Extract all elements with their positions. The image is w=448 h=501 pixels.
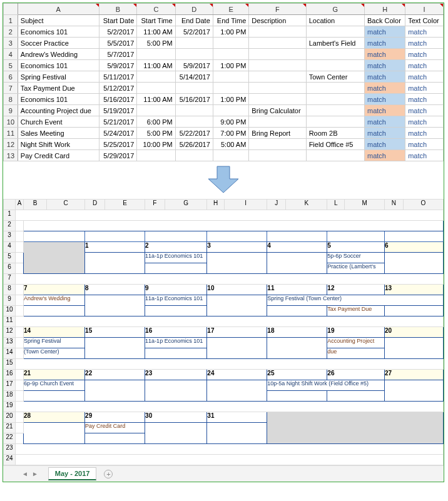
cell[interactable] <box>16 327 24 338</box>
cell[interactable]: Andrew's Wedding <box>18 49 99 60</box>
day-22[interactable]: 22 <box>85 370 145 380</box>
cell[interactable] <box>175 116 213 128</box>
event-soccer[interactable]: 5p-6p Soccer <box>327 253 385 263</box>
cell[interactable]: 1:00 PM <box>213 60 249 71</box>
cell[interactable]: match <box>405 49 444 60</box>
col-B[interactable]: B <box>23 200 46 210</box>
col-G[interactable]: G <box>165 200 207 210</box>
cell[interactable] <box>23 306 84 316</box>
cell[interactable]: match <box>365 49 405 60</box>
cell[interactable] <box>16 402 444 412</box>
row-7[interactable]: 7 <box>4 83 18 94</box>
cell[interactable]: 7:00 PM <box>213 128 249 139</box>
cell[interactable] <box>23 423 84 444</box>
cell[interactable] <box>213 38 249 49</box>
day-17[interactable]: 17 <box>207 327 267 338</box>
cell[interactable] <box>137 49 175 60</box>
cell[interactable]: match <box>405 83 444 94</box>
cell[interactable] <box>207 253 267 274</box>
col-F[interactable]: F <box>249 4 306 15</box>
cell[interactable] <box>145 423 207 444</box>
cell[interactable]: Economics 101 <box>18 94 99 105</box>
cell[interactable]: match <box>365 105 405 116</box>
cell[interactable]: 5/9/2017 <box>175 60 213 71</box>
cell[interactable] <box>16 370 24 380</box>
cell[interactable]: match <box>365 38 405 49</box>
cell[interactable] <box>16 231 24 242</box>
dow-tuesday[interactable]: Tuesday <box>145 231 207 242</box>
cell[interactable] <box>16 359 444 370</box>
cell[interactable]: 11:00 AM <box>137 60 175 71</box>
cell[interactable] <box>207 423 267 444</box>
corner-cell[interactable] <box>4 200 16 210</box>
row-24[interactable]: 24 <box>4 455 16 465</box>
day-26[interactable]: 26 <box>327 370 385 380</box>
day-19[interactable]: 19 <box>327 327 385 338</box>
cell[interactable]: Room 2B <box>306 128 364 139</box>
cell[interactable] <box>16 380 24 391</box>
cell[interactable] <box>207 295 267 316</box>
event-church[interactable]: 6p-9p Church Event <box>23 380 84 391</box>
cell[interactable] <box>249 83 306 94</box>
col-E[interactable]: E <box>213 4 249 15</box>
cell[interactable] <box>267 253 327 274</box>
day-4[interactable]: 4 <box>267 242 327 253</box>
row-22[interactable]: 22 <box>4 433 16 444</box>
row-14[interactable]: 14 <box>4 348 16 359</box>
cell[interactable]: Economics 101 <box>18 26 99 38</box>
cell[interactable]: Accounting Project due <box>18 105 99 116</box>
cell[interactable] <box>385 380 444 402</box>
calendar-title[interactable]: May 2017 <box>23 221 443 231</box>
row-16[interactable]: 16 <box>4 370 16 380</box>
cell[interactable]: Pay Credit Card <box>18 150 99 161</box>
cell[interactable]: 5/2/2017 <box>175 26 213 38</box>
cell[interactable] <box>16 412 24 423</box>
row-15[interactable]: 15 <box>4 359 16 370</box>
row-23[interactable]: 23 <box>4 444 16 455</box>
col-M[interactable]: M <box>345 200 385 210</box>
col-G[interactable]: G <box>306 4 364 15</box>
day-1[interactable]: 1 <box>85 242 145 253</box>
cell[interactable]: 5/9/2017 <box>99 60 137 71</box>
day-28[interactable]: 28 <box>23 412 84 423</box>
sheet-tab-may-2017[interactable]: May - 2017 <box>48 467 97 480</box>
cell[interactable]: match <box>405 150 444 161</box>
row-8[interactable]: 8 <box>4 285 16 295</box>
cell[interactable] <box>249 71 306 83</box>
event-spring-11[interactable]: Spring Festival (Town Center) <box>267 295 444 306</box>
day-5[interactable]: 5 <box>327 242 385 253</box>
col-D[interactable]: D <box>85 200 105 210</box>
cell[interactable] <box>137 71 175 83</box>
row-10[interactable]: 10 <box>4 116 18 128</box>
cell[interactable]: match <box>365 150 405 161</box>
cell[interactable] <box>85 295 145 316</box>
cell[interactable]: Bring Report <box>249 128 306 139</box>
cell[interactable]: Tax Payment Due <box>18 83 99 94</box>
day-27[interactable]: 27 <box>385 370 444 380</box>
day-25[interactable]: 25 <box>267 370 327 380</box>
event-soccer-2[interactable]: Practice (Lambert's <box>327 263 385 274</box>
day-6[interactable]: 6 <box>385 242 444 253</box>
dow-sunday[interactable]: Sunday <box>23 231 84 242</box>
cell[interactable] <box>145 348 207 359</box>
row-20[interactable]: 20 <box>4 412 16 423</box>
cell[interactable] <box>16 295 24 306</box>
cell[interactable] <box>145 306 207 316</box>
cell[interactable] <box>137 83 175 94</box>
day-24[interactable]: 24 <box>207 370 267 380</box>
day-9[interactable]: 9 <box>145 285 207 295</box>
cell[interactable]: 5/24/2017 <box>99 128 137 139</box>
cell[interactable]: Start Date <box>99 15 137 26</box>
cell[interactable] <box>85 253 145 274</box>
row-4[interactable]: 4 <box>4 242 16 253</box>
cell[interactable]: match <box>365 60 405 71</box>
row-6[interactable]: 6 <box>4 263 16 274</box>
cell[interactable] <box>306 49 364 60</box>
cell[interactable] <box>175 150 213 161</box>
cell[interactable]: match <box>365 83 405 94</box>
corner-cell[interactable] <box>4 4 18 15</box>
cell[interactable]: Economics 101 <box>18 60 99 71</box>
cell[interactable]: match <box>365 128 405 139</box>
cell[interactable] <box>213 49 249 60</box>
cell[interactable]: match <box>365 71 405 83</box>
